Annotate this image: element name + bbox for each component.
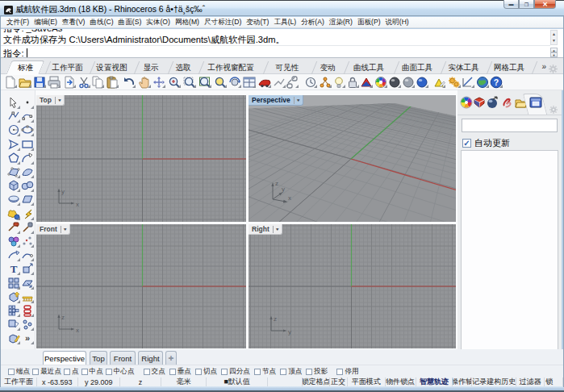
svg-text:»: » [25, 333, 30, 343]
svg-text:x: x [76, 201, 79, 208]
svg-text:y: y [288, 328, 291, 336]
svg-text:?: ? [494, 77, 499, 87]
svg-text:z: z [61, 314, 65, 321]
svg-text:x: x [76, 327, 79, 334]
svg-text:y: y [61, 188, 65, 195]
svg-text:x: x [288, 194, 291, 202]
svg-text:y: y [282, 186, 285, 193]
svg-text:z: z [275, 180, 278, 187]
svg-text:z: z [274, 315, 277, 323]
